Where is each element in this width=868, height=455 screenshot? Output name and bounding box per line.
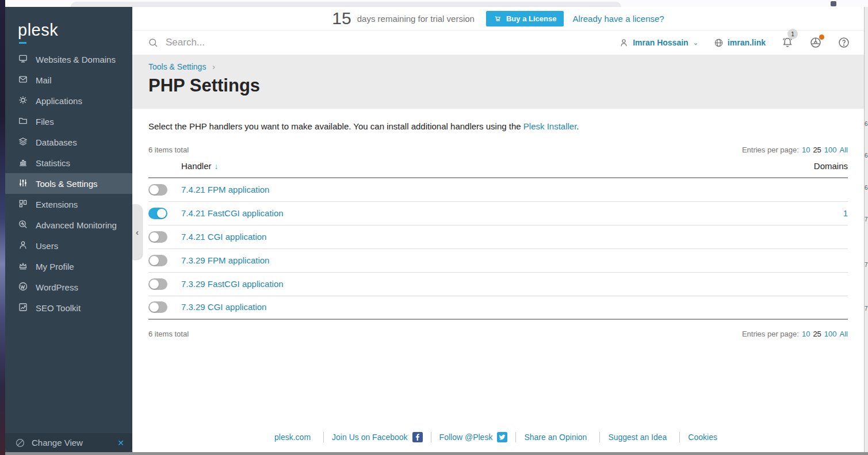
entries-option[interactable]: 100 bbox=[824, 330, 837, 338]
sidebar-item[interactable]: Databases bbox=[5, 132, 132, 152]
toggle-knob bbox=[150, 232, 159, 242]
list-toolbar-top: 6 items total Entries per page: 1025100A… bbox=[148, 146, 848, 154]
already-have-license-link[interactable]: Already have a license? bbox=[572, 14, 664, 24]
handler-link[interactable]: 7.3.29 CGI application bbox=[181, 302, 266, 312]
sidebar-item[interactable]: Tools & Settings bbox=[5, 173, 132, 194]
handler-link[interactable]: 7.4.21 CGI application bbox=[181, 232, 266, 242]
handler-row: 7.4.21 CGI application bbox=[148, 225, 848, 248]
breadcrumb: Tools & Settings › bbox=[148, 62, 848, 71]
entries-per-page: Entries per page: 1025100All bbox=[742, 330, 848, 338]
sidebar-item-label: Users bbox=[36, 241, 58, 251]
trial-days-remaining: 15 bbox=[332, 9, 351, 28]
handler-link[interactable]: 7.4.21 FPM application bbox=[181, 185, 269, 194]
background-line-number: 7 bbox=[865, 217, 868, 223]
handler-link[interactable]: 7.3.29 FastCGI application bbox=[181, 279, 284, 289]
toggle-knob bbox=[150, 280, 159, 289]
background-line-number: 6 bbox=[865, 153, 868, 159]
entries-option[interactable]: 25 bbox=[813, 330, 821, 338]
plesk-installer-link[interactable]: Plesk Installer bbox=[523, 121, 577, 131]
buy-license-button[interactable]: Buy a License bbox=[486, 11, 564, 26]
sidebar-item-label: Files bbox=[36, 117, 54, 127]
toggle-knob bbox=[157, 209, 166, 218]
handler-row: 7.3.29 FPM application bbox=[148, 248, 848, 272]
topbar-right: Imran Hossain ⌄ imran.link 1 bbox=[619, 36, 850, 49]
search-input[interactable] bbox=[166, 37, 315, 48]
handler-link[interactable]: 7.4.21 FastCGI application bbox=[181, 208, 284, 218]
handler-link[interactable]: 7.3.29 FPM application bbox=[181, 255, 269, 265]
sidebar-collapse-handle[interactable]: ‹ bbox=[132, 204, 142, 259]
sidebar-item[interactable]: Applications bbox=[5, 90, 132, 111]
mail-icon bbox=[18, 74, 28, 86]
extras-button[interactable] bbox=[809, 36, 822, 49]
sidebar-item[interactable]: Extensions bbox=[5, 194, 132, 215]
close-icon[interactable]: ✕ bbox=[117, 438, 124, 448]
sidebar-item[interactable]: Files bbox=[5, 111, 132, 132]
entries-option[interactable]: 10 bbox=[802, 330, 810, 338]
footer-link[interactable]: Follow @Plesk bbox=[439, 432, 508, 442]
entries-option[interactable]: All bbox=[840, 146, 848, 154]
handler-toggle[interactable] bbox=[148, 301, 167, 313]
browser-address-bar bbox=[71, 2, 621, 7]
globe-icon bbox=[714, 38, 724, 48]
sidebar-item-label: Websites & Domains bbox=[36, 55, 116, 64]
help-button[interactable] bbox=[838, 36, 850, 49]
sidebar-item[interactable]: Advanced Monitoring bbox=[5, 215, 132, 235]
sidebar-item-label: WordPress bbox=[36, 282, 78, 292]
sidebar-item[interactable]: SEO Toolkit bbox=[5, 297, 132, 318]
sidebar-item[interactable]: WordPress bbox=[5, 277, 132, 297]
sidebar-item-label: Advanced Monitoring bbox=[36, 220, 117, 230]
entries-option[interactable]: 10 bbox=[802, 146, 810, 154]
folder-icon bbox=[18, 116, 28, 128]
search-box bbox=[148, 37, 332, 48]
sliders-icon bbox=[18, 178, 28, 190]
site-link[interactable]: imran.link bbox=[714, 38, 766, 48]
monitor-icon bbox=[18, 53, 28, 66]
handler-toggle[interactable] bbox=[148, 231, 167, 243]
crown-icon bbox=[18, 261, 28, 273]
breadcrumb-tools-settings-link[interactable]: Tools & Settings bbox=[148, 62, 206, 71]
entries-option[interactable]: All bbox=[840, 330, 848, 338]
footer-item: Suggest an Idea bbox=[599, 432, 679, 442]
entries-per-page: Entries per page: 1025100All bbox=[742, 146, 848, 154]
sidebar-item[interactable]: My Profile bbox=[5, 256, 132, 277]
background-window-strip: 666777 bbox=[864, 7, 868, 452]
sidebar-item-label: My Profile bbox=[36, 262, 74, 272]
sidebar-item[interactable]: Websites & Domains bbox=[5, 49, 132, 70]
monitoring-icon bbox=[18, 219, 28, 231]
sidebar-item[interactable]: Statistics bbox=[5, 152, 132, 173]
seo-icon bbox=[18, 302, 28, 314]
handler-toggle[interactable] bbox=[148, 208, 167, 219]
change-view-bar[interactable]: Change View ✕ bbox=[5, 433, 132, 452]
column-header-handler[interactable]: Handler↓ bbox=[181, 156, 681, 178]
handler-toggle[interactable] bbox=[148, 255, 167, 266]
sidebar-item-label: Mail bbox=[36, 75, 52, 85]
footer-item: Cookies bbox=[679, 432, 730, 442]
entries-option[interactable]: 100 bbox=[824, 146, 837, 154]
footer-link[interactable]: Suggest an Idea bbox=[608, 432, 671, 442]
main-area: 15 days remaining for trial version Buy … bbox=[132, 7, 864, 452]
php-handlers-table: Handler↓ Domains 7.4.21 FPM application bbox=[148, 156, 848, 320]
handler-domains-count[interactable]: 1 bbox=[843, 208, 848, 218]
page-description: Select the PHP handlers you want to make… bbox=[148, 121, 848, 131]
footer-item: plesk.com bbox=[266, 432, 323, 442]
sidebar-item-label: Tools & Settings bbox=[36, 179, 98, 189]
entries-option[interactable]: 25 bbox=[813, 146, 821, 154]
footer-link[interactable]: Join Us on Facebook bbox=[332, 432, 423, 442]
desktop-wallpaper-strip bbox=[0, 0, 5, 455]
toggle-knob bbox=[150, 256, 159, 265]
plesk-logo[interactable]: plesk bbox=[5, 7, 132, 40]
footer-link[interactable]: plesk.com bbox=[274, 432, 315, 442]
notifications-button[interactable]: 1 bbox=[781, 36, 794, 49]
column-header-domains[interactable]: Domains bbox=[681, 156, 848, 178]
footer-link[interactable]: Cookies bbox=[688, 432, 722, 442]
user-menu[interactable]: Imran Hossain ⌄ bbox=[619, 38, 698, 48]
sidebar-item[interactable]: Users bbox=[5, 235, 132, 256]
handler-toggle[interactable] bbox=[148, 278, 167, 290]
handler-toggle[interactable] bbox=[148, 184, 167, 196]
sidebar-item[interactable]: Mail bbox=[5, 70, 132, 90]
footer-link[interactable]: Share an Opinion bbox=[524, 432, 591, 442]
browser-extension-icon bbox=[831, 1, 836, 6]
person-icon bbox=[619, 38, 629, 48]
page-footer: plesk.com Join Us on Facebook Follow @Pl… bbox=[148, 425, 848, 452]
view-icon bbox=[15, 438, 25, 448]
